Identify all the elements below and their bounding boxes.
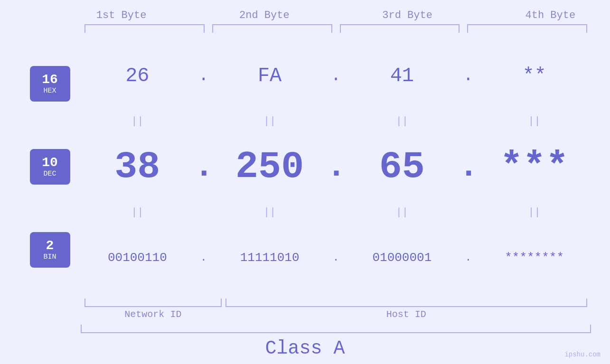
top-bracket-3: [340, 24, 460, 33]
bin-b2: 11111010: [213, 251, 327, 265]
conn1-b4: ||: [478, 115, 591, 127]
conn2-b4: ||: [478, 206, 591, 218]
bin-badge: 2 BIN: [30, 232, 70, 268]
dec-row: 38 . 250 . 65 . ***: [81, 129, 591, 205]
network-bracket: [84, 299, 222, 307]
top-bracket-4: [467, 24, 587, 33]
hex-badge-num: 16: [42, 73, 58, 87]
hex-dot1: .: [194, 66, 213, 85]
main-container: 1st Byte 2nd Byte 3rd Byte 4th Byte 16 H…: [0, 0, 610, 364]
dec-dot1: .: [194, 148, 213, 186]
top-bracket-1: [84, 24, 205, 33]
hex-dot2: .: [327, 66, 346, 85]
bin-badge-num: 2: [46, 239, 54, 253]
hex-badge: 16 HEX: [30, 66, 70, 102]
conn1-b2: ||: [213, 115, 327, 127]
bin-b1: 00100110: [81, 251, 194, 265]
network-id-label: Network ID: [84, 309, 222, 320]
conn2-b3: ||: [346, 206, 459, 218]
conn2-b2: ||: [213, 206, 327, 218]
watermark: ipshu.com: [564, 351, 601, 358]
connector-row-2: || || || ||: [81, 205, 591, 219]
full-bracket: [81, 325, 591, 333]
byte3-header: 3rd Byte: [336, 9, 479, 24]
dec-b1: 38: [81, 145, 194, 188]
conn1-b1: ||: [81, 115, 194, 127]
bin-b3: 01000001: [346, 251, 459, 265]
dec-b4: ***: [478, 145, 591, 188]
conn2-b1: ||: [81, 206, 194, 218]
dec-badge: 10 DEC: [30, 149, 70, 185]
byte1-header: 1st Byte: [50, 9, 193, 24]
host-id-label: Host ID: [225, 309, 587, 320]
hex-b1: 26: [81, 65, 194, 87]
bottom-section: Network ID Host ID Class A: [19, 299, 591, 359]
byte2-header: 2nd Byte: [193, 9, 336, 24]
hex-row: 26 . FA . 41 . **: [81, 37, 591, 114]
bin-badge-label: BIN: [43, 253, 56, 261]
bin-dot3: .: [459, 252, 478, 264]
badges-column: 16 HEX 10 DEC 2 BIN: [19, 37, 81, 296]
bin-dot1: .: [194, 252, 213, 264]
labels-row: Network ID Host ID: [81, 309, 591, 320]
dec-dot2: .: [327, 148, 346, 186]
bin-row: 00100110 . 11111010 . 01000001 . *******…: [81, 219, 591, 296]
conn1-b3: ||: [346, 115, 459, 127]
content-area: 16 HEX 10 DEC 2 BIN 26 . FA . 41 . **: [19, 37, 591, 296]
bottom-brackets-row: [81, 299, 591, 307]
dec-badge-label: DEC: [43, 170, 56, 178]
connector-row-1: || || || ||: [81, 114, 591, 129]
hex-b4: **: [478, 65, 591, 87]
bin-dot2: .: [327, 252, 346, 264]
host-bracket: [225, 299, 587, 307]
values-grid: 26 . FA . 41 . ** || || || || 38: [81, 37, 591, 296]
top-brackets: [81, 24, 591, 33]
dec-b3: 65: [346, 145, 459, 188]
hex-b3: 41: [346, 65, 459, 87]
dec-badge-num: 10: [42, 156, 58, 170]
dec-dot3: .: [459, 148, 478, 186]
hex-b2: FA: [213, 65, 327, 87]
byte-headers: 1st Byte 2nd Byte 3rd Byte 4th Byte: [50, 9, 610, 24]
dec-b2: 250: [213, 145, 327, 188]
hex-dot3: .: [459, 66, 478, 85]
byte4-header: 4th Byte: [479, 9, 610, 24]
hex-badge-label: HEX: [43, 87, 56, 95]
top-bracket-2: [212, 24, 332, 33]
class-label: Class A: [19, 338, 591, 359]
bin-b4: ********: [478, 251, 591, 265]
